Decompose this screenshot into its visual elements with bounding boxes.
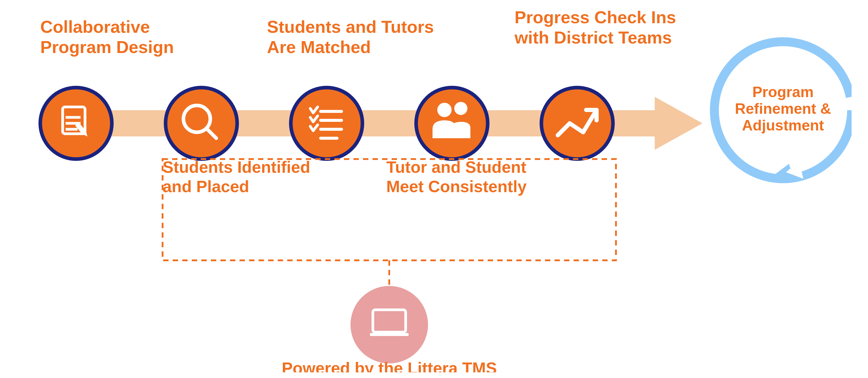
- label2-line2: and Placed: [162, 177, 249, 196]
- label1-line2: Program Design: [40, 37, 174, 57]
- main-container: Collaborative Program Design Students an…: [0, 0, 868, 378]
- svg-point-13: [454, 102, 467, 115]
- diagram-svg: Collaborative Program Design Students an…: [17, 9, 851, 372]
- refresh-label-line1: Program: [752, 84, 814, 100]
- label3-line1: Students and Tutors: [267, 17, 434, 36]
- label5-line2: with District Teams: [514, 28, 672, 47]
- label4-line2: Meet Consistently: [386, 177, 527, 196]
- label3-line2: Are Matched: [267, 37, 371, 57]
- svg-rect-16: [383, 332, 395, 335]
- label4-line1: Tutor and Student: [386, 158, 526, 176]
- svg-point-12: [437, 103, 452, 117]
- label5-line1: Progress Check Ins: [515, 9, 676, 27]
- refresh-label-line3: Adjustment: [742, 117, 824, 134]
- label2-line1: Students Identified: [162, 158, 310, 176]
- powered-label: Powered by the Littera TMS: [282, 359, 497, 372]
- laptop-circle: [350, 286, 428, 364]
- full-layout: Collaborative Program Design Students an…: [17, 9, 851, 372]
- label1-line1: Collaborative: [40, 17, 150, 36]
- arrow-head: [655, 97, 703, 150]
- refresh-label-line2: Refinement &: [735, 100, 831, 117]
